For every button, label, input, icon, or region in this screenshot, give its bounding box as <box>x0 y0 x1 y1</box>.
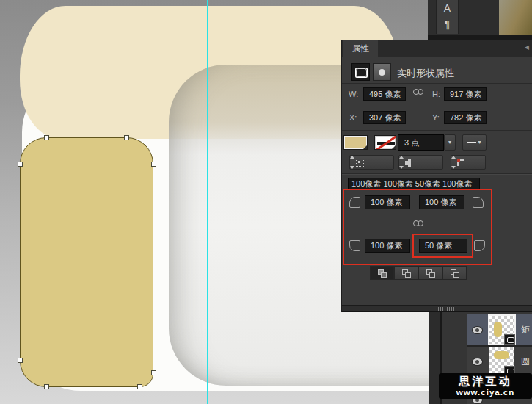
stroke-style-dropdown[interactable]: ▾ <box>462 134 487 151</box>
corner-bottom-left-icon <box>349 240 360 251</box>
y-field[interactable]: 782 像素 <box>444 111 487 124</box>
visibility-eye-icon[interactable] <box>473 327 482 333</box>
mask-properties-icon[interactable] <box>373 63 391 81</box>
updown-arrows-icon <box>476 159 481 166</box>
collapse-panel-icon[interactable]: ◀ <box>525 44 529 51</box>
exclude-shapes-icon <box>451 269 459 278</box>
corner-bottom-right-icon <box>474 240 485 251</box>
divider <box>342 173 532 175</box>
radius-top-right-field[interactable]: 100 像素 <box>419 195 464 209</box>
divider <box>342 130 532 131</box>
subtract-shape-icon <box>402 269 411 278</box>
chevron-down-icon: ▾ <box>448 140 451 145</box>
combine-shapes-icon <box>378 269 387 278</box>
swatch-corner-arrow <box>363 145 367 149</box>
stroke-caps-dropdown[interactable] <box>398 155 443 170</box>
panel-resize-bar[interactable] <box>342 305 532 312</box>
mask-glyph <box>379 69 385 76</box>
link-dimensions-icon[interactable] <box>413 89 425 95</box>
shape-anchor[interactable] <box>18 162 23 167</box>
radius-summary-field[interactable]: 100像素 100像素 50像素 100像素 <box>348 178 480 190</box>
paragraph-panel-icon[interactable]: ¶ <box>437 16 458 32</box>
stroke-style-glyph <box>467 142 476 143</box>
stroke-width-field[interactable]: 3 点 <box>398 134 444 151</box>
collapsed-panel-column: A ¶ <box>436 0 459 34</box>
link-radii-icon[interactable] <box>413 220 425 227</box>
shape-anchor[interactable] <box>44 384 49 389</box>
shape-anchor[interactable] <box>124 135 129 140</box>
radius-bottom-left-field[interactable]: 100 像素 <box>365 239 410 253</box>
drag-handle-icon <box>438 307 454 311</box>
stroke-corners-icon <box>457 159 464 166</box>
shape-anchor[interactable] <box>137 384 142 389</box>
stroke-align-dropdown[interactable] <box>349 155 394 170</box>
shape-anchor[interactable] <box>44 135 49 140</box>
pathfinder-subtract-button[interactable] <box>394 266 418 280</box>
properties-panel: 属性 ◀ 实时形状属性 W: 495 像素 H: 917 像素 X: 307 像… <box>341 40 532 312</box>
gradient-thumbnail <box>499 0 532 35</box>
layer-name[interactable]: 圆 <box>521 356 530 368</box>
pathfinder-combine-button[interactable] <box>370 266 394 280</box>
pathfinder-intersect-button[interactable] <box>418 266 442 280</box>
selected-gold-rounded-rect-shape[interactable] <box>20 137 153 387</box>
horizontal-guide <box>0 198 341 198</box>
updown-arrows-icon <box>385 159 390 166</box>
x-label: X: <box>349 113 357 122</box>
thumbnail-shape <box>494 322 502 337</box>
layer-name[interactable]: 矩 <box>521 324 530 336</box>
shape-anchor[interactable] <box>18 358 23 363</box>
stroke-width-dropdown[interactable]: ▾ <box>444 134 456 151</box>
layer-row-rectangle[interactable]: 矩 <box>467 314 532 345</box>
live-shape-glyph <box>356 68 367 77</box>
character-panel-icon[interactable]: A <box>437 0 458 16</box>
watermark-url: www.ciya.cn <box>456 388 515 397</box>
layer-thumbnail[interactable] <box>489 316 514 344</box>
shape-anchor[interactable] <box>151 162 156 167</box>
live-shape-badge-icon <box>504 334 515 345</box>
x-field[interactable]: 307 像素 <box>363 111 406 124</box>
corner-top-left-icon <box>349 197 360 208</box>
updown-arrows-icon <box>434 159 439 166</box>
height-field[interactable]: 917 像素 <box>444 87 487 101</box>
chevron-down-icon: ▾ <box>478 140 481 145</box>
width-field[interactable]: 495 像素 <box>363 87 406 101</box>
watermark-title: 思洋互动 <box>459 375 512 388</box>
layer-row-rounded-rect[interactable]: 圆 <box>467 347 532 376</box>
shape-anchor[interactable] <box>151 370 156 375</box>
corner-top-right-icon <box>473 197 484 208</box>
layer-thumbnail[interactable] <box>489 347 514 375</box>
panel-title: 实时形状属性 <box>397 67 454 80</box>
radius-top-left-field[interactable]: 100 像素 <box>365 195 410 209</box>
stroke-color-swatch[interactable] <box>374 135 396 150</box>
swatch-corner-arrow <box>392 145 396 149</box>
visibility-eye-icon[interactable] <box>473 358 482 365</box>
y-label: Y: <box>432 113 440 122</box>
stroke-caps-icon <box>408 159 411 167</box>
intersect-shapes-icon <box>426 269 435 278</box>
stroke-align-icon <box>356 159 364 167</box>
live-shape-icon[interactable] <box>351 63 370 81</box>
fill-color-swatch[interactable] <box>343 135 368 150</box>
h-label: H: <box>432 90 440 98</box>
w-label: W: <box>349 90 358 98</box>
pathfinder-exclude-button[interactable] <box>442 266 467 280</box>
vertical-guide <box>207 0 208 404</box>
stroke-corners-dropdown[interactable] <box>451 155 486 170</box>
divider <box>342 83 532 84</box>
radius-bottom-right-field[interactable]: 50 像素 <box>419 239 467 253</box>
panel-tab-bar: 属性 ◀ <box>342 40 532 57</box>
watermark: 思洋互动 www.ciya.cn <box>439 373 532 399</box>
thumbnail-shape <box>494 351 509 359</box>
tab-properties[interactable]: 属性 <box>343 40 378 57</box>
